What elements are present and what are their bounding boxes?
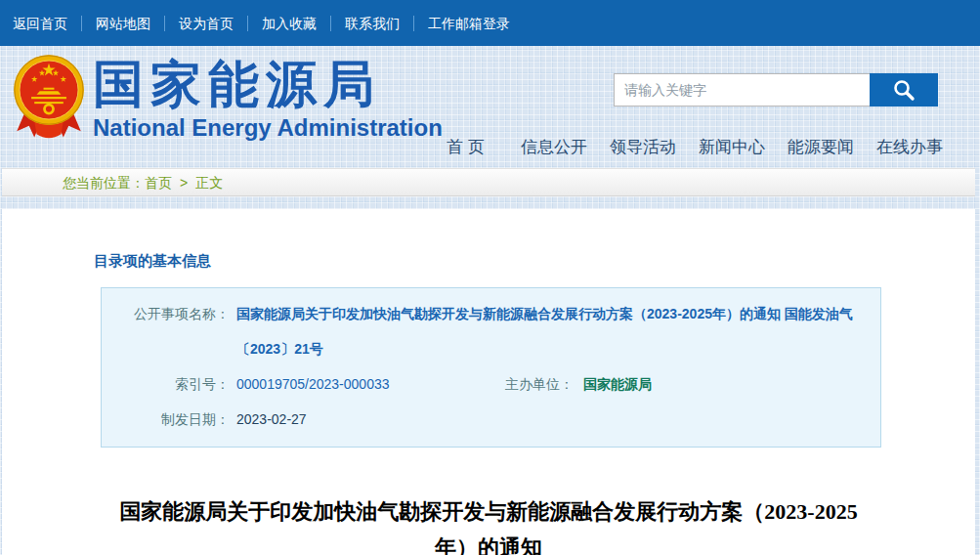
date-label: 制发日期： xyxy=(102,402,230,437)
topbar-link-home[interactable]: 返回首页 xyxy=(13,16,82,31)
site-subtitle: National Energy Administration xyxy=(93,115,443,141)
nav-item-news-center[interactable]: 新闻中心 xyxy=(699,136,765,158)
nav-item-home[interactable]: 首 页 xyxy=(447,136,485,158)
article-title: 国家能源局关于印发加快油气勘探开发与新能源融合发展行动方案（2023-2025年… xyxy=(2,493,975,555)
breadcrumb-home-link[interactable]: 首页 xyxy=(145,175,172,191)
breadcrumb: 您当前位置：首页>正文 xyxy=(2,168,975,196)
index-label: 索引号： xyxy=(102,366,230,402)
nav-item-info-disclosure[interactable]: 信息公开 xyxy=(521,136,587,158)
info-row-name: 公开事项名称： 国家能源局关于印发加快油气勘探开发与新能源融合发展行动方案（20… xyxy=(102,296,880,366)
topbar-link-favorite[interactable]: 加入收藏 xyxy=(248,16,331,31)
breadcrumb-separator: > xyxy=(180,175,188,191)
site-title: 国家能源局 xyxy=(93,57,443,111)
breadcrumb-prefix: 您当前位置： xyxy=(63,175,145,191)
name-label: 公开事项名称： xyxy=(102,296,230,366)
breadcrumb-current: 正文 xyxy=(195,175,223,191)
main-navigation: 首 页 信息公开 领导活动 新闻中心 能源要闻 在线办事 xyxy=(447,136,943,158)
nav-item-leader-activities[interactable]: 领导活动 xyxy=(610,136,676,158)
main-content: 目录项的基本信息 公开事项名称： 国家能源局关于印发加快油气勘探开发与新能源融合… xyxy=(2,209,975,555)
info-row-index-org: 索引号： 000019705/2023-000033 主办单位： 国家能源局 xyxy=(102,366,880,402)
nav-item-energy-news[interactable]: 能源要闻 xyxy=(788,136,854,158)
search-input[interactable] xyxy=(614,73,870,107)
national-emblem-logo xyxy=(11,52,87,149)
site-brand: 国家能源局 National Energy Administration xyxy=(93,57,443,141)
info-row-date: 制发日期： 2023-02-27 xyxy=(102,402,880,437)
topbar-link-sitemap[interactable]: 网站地图 xyxy=(82,16,165,31)
catalog-section-title: 目录项的基本信息 xyxy=(2,209,975,271)
date-value: 2023-02-27 xyxy=(230,402,307,437)
topbar-link-contact[interactable]: 联系我们 xyxy=(331,16,414,31)
search-icon xyxy=(891,77,916,103)
index-value: 000019705/2023-000033 xyxy=(230,366,503,402)
catalog-info-box: 公开事项名称： 国家能源局关于印发加快油气勘探开发与新能源融合发展行动方案（20… xyxy=(101,287,881,448)
topbar-link-mail-login[interactable]: 工作邮箱登录 xyxy=(414,16,524,31)
site-header: 国家能源局 National Energy Administration 首 页… xyxy=(0,46,980,168)
name-value[interactable]: 国家能源局关于印发加快油气勘探开发与新能源融合发展行动方案（2023-2025年… xyxy=(230,296,880,366)
org-label: 主办单位： xyxy=(503,366,574,402)
topbar-link-set-homepage[interactable]: 设为首页 xyxy=(165,16,248,31)
nav-item-online-services[interactable]: 在线办事 xyxy=(876,136,943,158)
search-box xyxy=(614,73,938,107)
search-button[interactable] xyxy=(870,73,938,107)
org-value: 国家能源局 xyxy=(574,366,652,402)
top-utility-bar: 返回首页 网站地图 设为首页 加入收藏 联系我们 工作邮箱登录 xyxy=(0,0,980,46)
